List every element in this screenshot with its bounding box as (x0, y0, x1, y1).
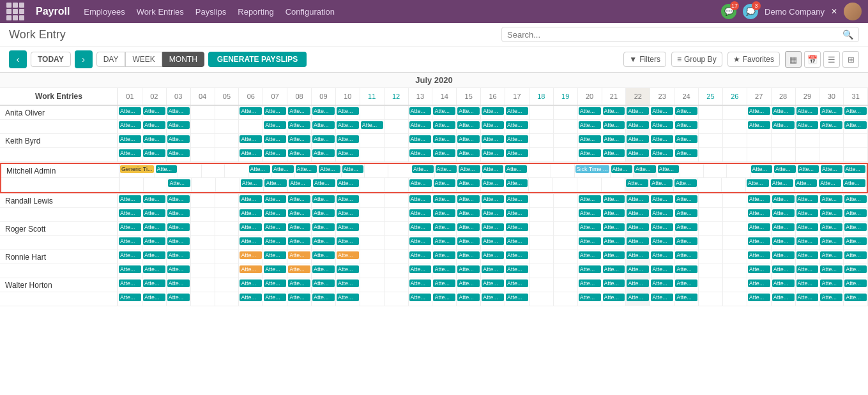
work-entry-cell[interactable]: Atte... (844, 209, 867, 217)
cal-cell[interactable]: Atte... (578, 250, 602, 264)
employee-name[interactable] (0, 264, 118, 278)
work-entry-cell[interactable]: Atte... (611, 165, 633, 173)
work-entry-cell[interactable]: Atte... (627, 107, 649, 115)
messages-badge[interactable]: 💬 17 (721, 4, 736, 19)
employee-name[interactable]: Ronnie Hart (0, 250, 118, 264)
work-entry-cell[interactable]: Atte... (772, 209, 795, 217)
work-entry-cell[interactable]: Atte... (337, 107, 359, 115)
employee-name[interactable]: Keith Byrd (0, 134, 118, 147)
work-entry-cell[interactable]: Atte... (433, 195, 455, 203)
cal-cell[interactable]: Atte... (626, 222, 650, 235)
work-entry-cell[interactable]: Atte... (675, 209, 697, 217)
view-gantt-button[interactable]: ▦ (785, 51, 802, 68)
work-entry-cell[interactable]: Atte... (482, 294, 504, 301)
work-entry-cell[interactable]: Atte... (240, 279, 262, 287)
cal-cell[interactable]: Atte... (820, 164, 844, 177)
work-entry-cell[interactable]: Atte... (264, 149, 286, 157)
cal-cell[interactable]: Atte... (142, 292, 167, 306)
today-button[interactable]: TODAY (31, 52, 71, 67)
work-entry-cell[interactable]: Atte... (506, 209, 528, 217)
work-entry-cell[interactable]: Atte... (748, 223, 770, 231)
work-entry-cell[interactable]: Atte... (634, 165, 656, 173)
work-entry-cell[interactable]: Atte... (409, 121, 432, 129)
cal-cell[interactable]: Atte... (142, 236, 167, 250)
day-header-26[interactable]: 26 (723, 88, 747, 105)
calendar-grid[interactable]: Anita OliverAtte...Atte...Atte...Atte...… (0, 106, 868, 391)
cal-cell[interactable]: Atte... (318, 164, 342, 177)
day-header-22[interactable]: 22 (626, 88, 650, 105)
cal-cell[interactable]: Atte... (167, 292, 191, 306)
work-entry-cell[interactable]: Atte... (119, 237, 141, 245)
work-entry-cell[interactable]: Atte... (264, 223, 286, 231)
work-entry-cell[interactable]: Atte... (603, 251, 625, 259)
cal-cell[interactable]: Atte... (287, 236, 312, 250)
work-entry-cell[interactable]: Atte... (457, 179, 480, 187)
cal-cell[interactable]: Atte... (650, 250, 674, 264)
view-list-button[interactable]: ☰ (823, 51, 840, 68)
cal-cell[interactable]: Atte... (844, 264, 868, 278)
work-entry-cell[interactable]: Atte... (506, 179, 528, 187)
cal-cell[interactable]: Atte... (819, 236, 844, 250)
work-entry-cell[interactable]: Atte... (820, 237, 842, 245)
cal-cell[interactable]: Atte... (312, 178, 337, 191)
work-entry-cell[interactable]: Atte... (409, 294, 432, 301)
cal-cell[interactable]: Atte... (239, 148, 263, 161)
work-entry-cell[interactable]: Atte... (772, 195, 795, 203)
cal-cell[interactable]: Atte... (772, 250, 796, 264)
work-entry-cell[interactable]: Atte... (167, 149, 190, 157)
work-entry-cell[interactable]: Atte... (482, 107, 504, 115)
work-entry-cell[interactable]: Atte... (748, 209, 770, 217)
work-entry-cell[interactable]: Atte... (820, 265, 842, 273)
cal-cell[interactable]: Atte... (674, 236, 699, 250)
work-entry-cell[interactable]: Atte... (506, 223, 528, 231)
work-entry-cell[interactable]: Atte... (167, 121, 190, 129)
cal-cell[interactable]: Atte... (844, 194, 868, 207)
work-entry-cell[interactable]: Atte... (409, 251, 432, 259)
work-entry-cell[interactable]: Atte... (772, 279, 795, 287)
day-header-17[interactable]: 17 (505, 88, 529, 105)
cal-cell[interactable]: Atte... (409, 106, 433, 119)
cal-cell[interactable]: Atte... (312, 194, 336, 207)
work-entry-cell[interactable]: Atte... (798, 165, 819, 173)
cal-cell[interactable]: Atte... (167, 194, 191, 207)
cal-cell[interactable]: Atte... (336, 278, 360, 292)
cal-cell[interactable]: Atte... (747, 194, 772, 207)
employee-name[interactable] (0, 148, 118, 161)
cal-cell[interactable]: Atte... (239, 236, 263, 250)
cal-cell[interactable]: Atte... (844, 208, 868, 221)
cal-cell[interactable]: Atte... (844, 236, 868, 250)
cal-cell[interactable]: Atte... (844, 292, 868, 306)
work-entry-cell[interactable]: Atte... (748, 237, 770, 245)
work-entry-cell[interactable]: Atte... (506, 237, 528, 245)
cal-cell[interactable]: Atte... (602, 208, 627, 221)
work-entry-cell[interactable]: Atte... (143, 294, 165, 301)
cal-cell[interactable]: Atte... (336, 292, 360, 306)
tab-week[interactable]: WEEK (125, 52, 162, 67)
cal-cell[interactable]: Atte... (336, 250, 360, 264)
work-entry-cell[interactable]: Atte... (457, 294, 480, 301)
work-entry-cell[interactable]: Atte... (506, 149, 528, 157)
cal-cell[interactable]: Atte... (772, 236, 796, 250)
cal-cell[interactable]: Atte... (295, 164, 319, 177)
work-entry-cell[interactable]: Atte... (119, 265, 141, 273)
work-entry-cell[interactable]: Atte... (240, 265, 262, 273)
work-entry-cell[interactable]: Atte... (651, 149, 673, 157)
work-entry-cell[interactable]: Atte... (772, 121, 795, 129)
cal-cell[interactable]: Atte... (772, 208, 796, 221)
work-entry-cell[interactable]: Atte... (772, 237, 795, 245)
work-entry-cell[interactable]: Atte... (337, 209, 359, 217)
work-entry-cell[interactable]: Atte... (119, 107, 141, 115)
work-entry-cell[interactable]: Atte... (651, 121, 673, 129)
day-header-13[interactable]: 13 (409, 88, 433, 105)
cal-cell[interactable]: Atte... (819, 194, 844, 207)
work-entry-cell[interactable]: Atte... (603, 279, 625, 287)
cal-cell[interactable]: Atte... (505, 120, 529, 133)
cal-cell[interactable]: Atte... (481, 208, 505, 221)
work-entry-cell[interactable]: Atte... (482, 121, 504, 129)
cal-cell[interactable]: Atte... (481, 264, 505, 278)
cal-cell[interactable]: Atte... (118, 134, 142, 147)
user-avatar[interactable] (844, 3, 862, 20)
cal-cell[interactable]: Atte... (263, 292, 287, 306)
work-entry-cell[interactable]: Atte... (820, 251, 842, 259)
work-entry-cell[interactable]: Atte... (627, 251, 649, 259)
